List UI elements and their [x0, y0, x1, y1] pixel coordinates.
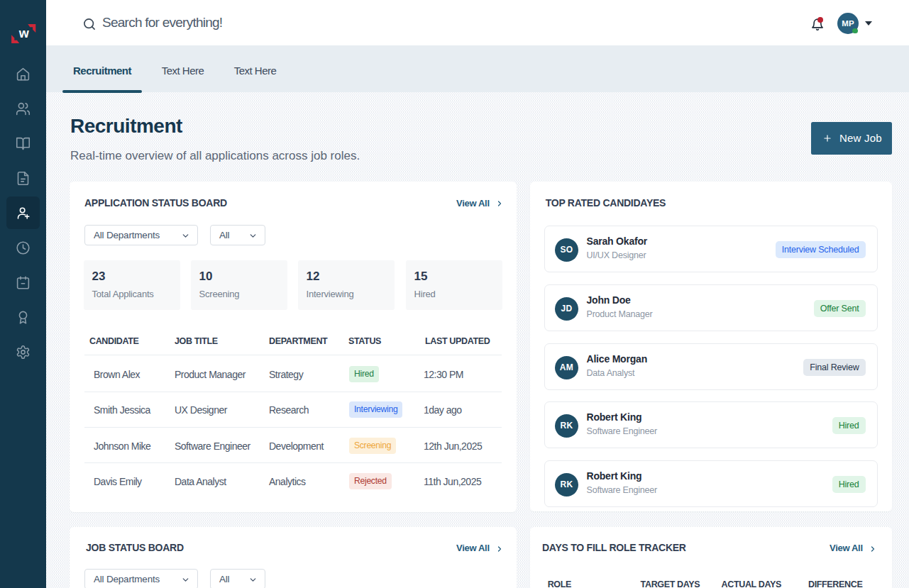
svg-text:w: w: [18, 26, 30, 40]
